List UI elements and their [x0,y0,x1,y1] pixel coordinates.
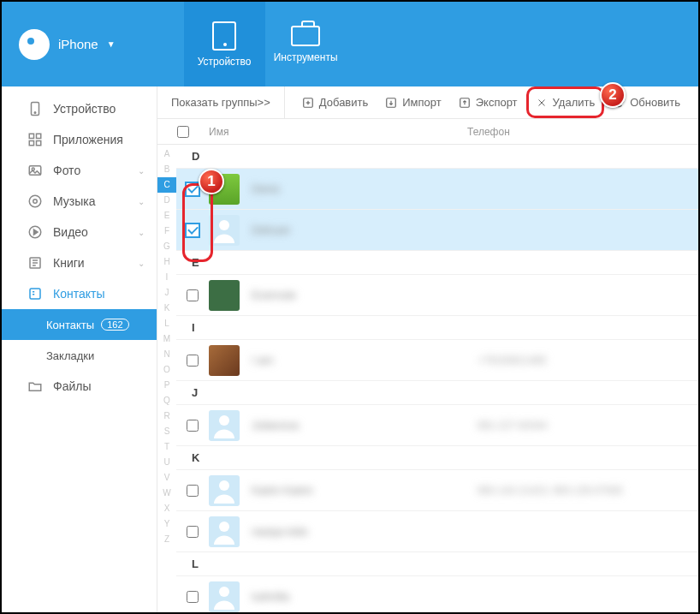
az-letter[interactable]: M [157,331,176,347]
avatar [209,581,240,612]
section-letter: K [176,446,698,470]
az-letter[interactable]: W [157,486,176,501]
plus-icon [302,97,314,109]
column-name: Имя [209,126,467,138]
az-letter[interactable]: F [157,224,176,239]
contacts-icon [27,286,43,301]
az-letter[interactable]: T [157,439,176,455]
az-letter[interactable]: Y [157,516,176,532]
close-icon [536,97,548,109]
device-label: iPhone [58,37,98,51]
folder-icon [27,379,43,394]
sidebar: Устройство Приложения Фото ⌄ Музыка ⌄ Ви… [2,86,157,612]
svg-rect-5 [37,141,41,146]
phone-icon [27,101,43,116]
az-letter[interactable]: A [157,146,176,162]
tab-device-label: Устройство [198,56,252,68]
export-button[interactable]: Экспорт [450,86,526,118]
row-checkbox[interactable] [185,223,200,238]
contact-row[interactable]: I am+79150621465 [176,340,698,381]
az-letter[interactable]: P [157,378,176,393]
row-checkbox[interactable] [187,485,199,497]
export-icon [459,97,471,109]
contact-row[interactable]: Katrin Katrin993-143-21423, 993-135-0750… [176,470,698,511]
section-letter: D [176,145,698,169]
sidebar-item-device[interactable]: Устройство [2,93,157,124]
sidebar-item-music[interactable]: Музыка ⌄ [2,186,157,217]
row-checkbox[interactable] [187,420,199,432]
delete-button[interactable]: Удалить [526,86,605,118]
az-letter[interactable]: K [157,301,176,316]
az-letter[interactable]: U [157,455,176,470]
tab-tools-label: Инструменты [274,51,338,63]
sidebar-item-apps[interactable]: Приложения [2,124,157,155]
section-letter: I [176,316,698,340]
show-groups-button[interactable]: Показать группы>> [157,86,285,118]
section-letter: J [176,381,698,405]
select-all-checkbox[interactable] [177,126,189,138]
az-letter[interactable]: S [157,424,176,439]
photo-icon [27,163,43,178]
az-letter[interactable]: L [157,316,176,331]
az-letter[interactable]: X [157,501,176,516]
device-dropdown[interactable]: iPhone ▼ [19,29,116,60]
sidebar-item-label: Фото [53,164,80,177]
contact-row[interactable]: Denis [176,169,698,210]
sidebar-item-label: Приложения [53,133,123,146]
alphabet-index[interactable]: ABCDEFGHIJKLMNOPQRSTUVWXYZ [157,145,176,612]
row-checkbox[interactable] [187,355,199,367]
svg-point-1 [34,112,36,114]
callout-badge-2: 2 [600,82,626,108]
sidebar-sub-contacts[interactable]: Контакты 162 [2,309,157,340]
az-letter[interactable]: O [157,362,176,378]
chevron-down-icon: ⌄ [138,259,145,268]
tab-tools[interactable]: Инструменты [265,2,347,86]
az-letter[interactable]: J [157,285,176,301]
svg-point-9 [33,200,38,204]
az-letter[interactable]: D [157,193,176,208]
tablet-icon [212,21,236,51]
sidebar-item-label: Музыка [53,194,96,208]
avatar [209,215,240,246]
contact-row[interactable]: nastya kido [176,511,698,552]
az-letter[interactable]: R [157,408,176,424]
az-letter[interactable]: B [157,162,176,177]
sidebar-item-contacts[interactable]: Контакты [2,278,157,309]
sidebar-item-books[interactable]: Книги ⌄ [2,247,157,278]
tab-device[interactable]: Устройство [184,2,265,86]
contact-phone: 993-143-21423, 993-135-07505 [478,485,698,497]
az-letter[interactable]: N [157,347,176,362]
add-button[interactable]: Добавить [294,86,377,118]
sidebar-item-video[interactable]: Видео ⌄ [2,217,157,247]
az-letter[interactable]: I [157,270,176,285]
music-icon [27,194,43,209]
contacts-count-badge: 162 [101,319,128,331]
contact-row[interactable]: Defuser [176,210,698,251]
az-letter[interactable]: E [157,208,176,224]
az-letter[interactable]: Q [157,393,176,408]
sidebar-sub-bookmarks[interactable]: Закладки [2,340,157,371]
svg-rect-3 [37,134,41,138]
row-checkbox[interactable] [187,289,199,301]
az-letter[interactable]: C [157,177,176,193]
svg-point-25 [219,480,229,491]
contact-row[interactable]: ludmilla [176,576,698,612]
sidebar-item-photo[interactable]: Фото ⌄ [2,155,157,186]
svg-point-23 [219,220,229,230]
import-button[interactable]: Импорт [377,86,449,118]
contact-name: Julianova [252,419,478,432]
row-checkbox[interactable] [187,591,199,603]
az-letter[interactable]: G [157,239,176,254]
az-letter[interactable]: H [157,254,176,270]
sidebar-item-files[interactable]: Файлы [2,371,157,402]
contact-name: I am [252,354,478,367]
contact-row[interactable]: Julianova891-227-00344 [176,405,698,446]
az-letter[interactable]: V [157,470,176,486]
contact-phone: 891-227-00344 [478,420,698,432]
column-phone: Телефон [467,126,698,138]
row-checkbox[interactable] [187,526,199,538]
sidebar-item-label: Устройство [53,102,116,116]
contact-row[interactable]: Evernote [176,275,698,316]
az-letter[interactable]: Z [157,532,176,547]
svg-rect-2 [29,134,33,138]
